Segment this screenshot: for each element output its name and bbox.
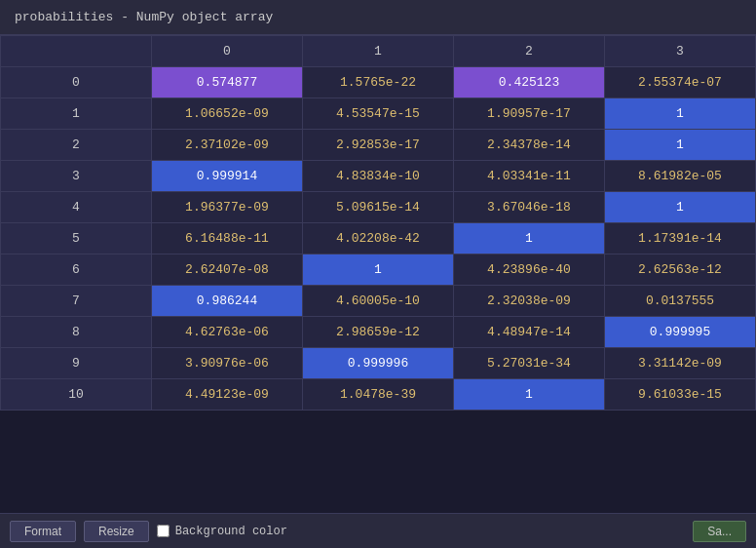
row-index-8: 8	[1, 317, 152, 348]
table-row: 11.06652e-094.53547e-151.90957e-171	[1, 98, 756, 130]
cell-r1-c0: 1.06652e-09	[152, 98, 303, 130]
background-color-text: Background color	[175, 525, 287, 538]
row-index-2: 2	[1, 130, 152, 161]
cell-r10-c1: 1.0478e-39	[303, 379, 454, 411]
title-text: probabilities - NumPy object array	[15, 10, 273, 24]
cell-r1-c1: 4.53547e-15	[303, 98, 454, 130]
row-index-1: 1	[1, 98, 152, 130]
cell-r10-c2: 1	[454, 379, 605, 411]
row-index-0: 0	[1, 67, 152, 98]
header-col-1: 1	[303, 36, 454, 67]
header-index	[1, 36, 152, 67]
cell-r4-c0: 1.96377e-09	[152, 192, 303, 223]
cell-r4-c2: 3.67046e-18	[454, 192, 605, 223]
table-row: 30.9999144.83834e-104.03341e-118.61982e-…	[1, 161, 756, 192]
header-col-0: 0	[152, 36, 303, 67]
cell-r3-c3: 8.61982e-05	[605, 161, 756, 192]
header-row: 0 1 2 3	[1, 36, 756, 67]
cell-r10-c3: 9.61033e-15	[605, 379, 756, 411]
cell-r4-c3: 1	[605, 192, 756, 223]
cell-r2-c0: 2.37102e-09	[152, 130, 303, 161]
header-col-3: 3	[605, 36, 756, 67]
cell-r0-c3: 2.55374e-07	[605, 67, 756, 98]
row-index-4: 4	[1, 192, 152, 223]
table-row: 62.62407e-0814.23896e-402.62563e-12	[1, 254, 756, 286]
cell-r9-c0: 3.90976e-06	[152, 348, 303, 379]
cell-r1-c2: 1.90957e-17	[454, 98, 605, 130]
table-row: 70.9862444.60005e-102.32038e-090.0137555	[1, 286, 756, 317]
bottom-bar: Format Resize Background color Sa...	[0, 513, 756, 548]
table-row: 56.16488e-114.02208e-4211.17391e-14	[1, 223, 756, 254]
cell-r8-c2: 4.48947e-14	[454, 317, 605, 348]
cell-r7-c1: 4.60005e-10	[303, 286, 454, 317]
row-index-5: 5	[1, 223, 152, 254]
cell-r5-c2: 1	[454, 223, 605, 254]
cell-r6-c1: 1	[303, 254, 454, 286]
cell-r1-c3: 1	[605, 98, 756, 130]
table-row: 93.90976e-060.9999965.27031e-343.31142e-…	[1, 348, 756, 379]
cell-r5-c1: 4.02208e-42	[303, 223, 454, 254]
cell-r10-c0: 4.49123e-09	[152, 379, 303, 411]
cell-r5-c0: 6.16488e-11	[152, 223, 303, 254]
table-row: 22.37102e-092.92853e-172.34378e-141	[1, 130, 756, 161]
cell-r8-c3: 0.999995	[605, 317, 756, 348]
cell-r8-c0: 4.62763e-06	[152, 317, 303, 348]
cell-r0-c2: 0.425123	[454, 67, 605, 98]
background-color-label[interactable]: Background color	[157, 525, 287, 538]
row-index-9: 9	[1, 348, 152, 379]
format-button[interactable]: Format	[10, 521, 76, 542]
cell-r2-c2: 2.34378e-14	[454, 130, 605, 161]
resize-button[interactable]: Resize	[84, 521, 149, 542]
cell-r4-c1: 5.09615e-14	[303, 192, 454, 223]
cell-r7-c3: 0.0137555	[605, 286, 756, 317]
cell-r2-c1: 2.92853e-17	[303, 130, 454, 161]
data-table: 0 1 2 3 00.5748771.5765e-220.4251232.553…	[0, 35, 756, 411]
cell-r6-c3: 2.62563e-12	[605, 254, 756, 286]
cell-r9-c2: 5.27031e-34	[454, 348, 605, 379]
row-index-6: 6	[1, 254, 152, 286]
table-container: 0 1 2 3 00.5748771.5765e-220.4251232.553…	[0, 35, 756, 509]
cell-r0-c0: 0.574877	[152, 67, 303, 98]
cell-r6-c0: 2.62407e-08	[152, 254, 303, 286]
table-row: 104.49123e-091.0478e-3919.61033e-15	[1, 379, 756, 411]
cell-r0-c1: 1.5765e-22	[303, 67, 454, 98]
header-col-2: 2	[454, 36, 605, 67]
cell-r2-c3: 1	[605, 130, 756, 161]
table-row: 41.96377e-095.09615e-143.67046e-181	[1, 192, 756, 223]
cell-r8-c1: 2.98659e-12	[303, 317, 454, 348]
cell-r3-c0: 0.999914	[152, 161, 303, 192]
cell-r7-c0: 0.986244	[152, 286, 303, 317]
cell-r9-c3: 3.31142e-09	[605, 348, 756, 379]
cell-r7-c2: 2.32038e-09	[454, 286, 605, 317]
table-row: 84.62763e-062.98659e-124.48947e-140.9999…	[1, 317, 756, 348]
row-index-7: 7	[1, 286, 152, 317]
row-index-10: 10	[1, 379, 152, 411]
cell-r3-c2: 4.03341e-11	[454, 161, 605, 192]
cell-r5-c3: 1.17391e-14	[605, 223, 756, 254]
cell-r9-c1: 0.999996	[303, 348, 454, 379]
row-index-3: 3	[1, 161, 152, 192]
cell-r3-c1: 4.83834e-10	[303, 161, 454, 192]
cell-r6-c2: 4.23896e-40	[454, 254, 605, 286]
save-button[interactable]: Sa...	[693, 521, 746, 542]
background-color-checkbox[interactable]	[157, 525, 170, 537]
table-row: 00.5748771.5765e-220.4251232.55374e-07	[1, 67, 756, 98]
title-bar: probabilities - NumPy object array	[0, 0, 756, 35]
